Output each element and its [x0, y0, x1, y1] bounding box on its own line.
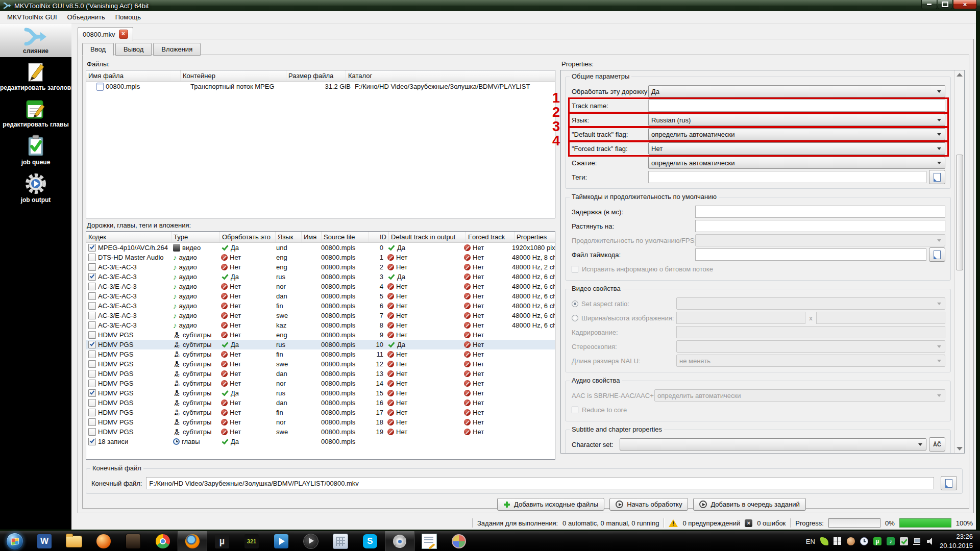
compression-dropdown[interactable]: определить автоматически: [648, 157, 945, 169]
tags-input[interactable]: [648, 171, 926, 183]
scrollbar-thumb[interactable]: [956, 155, 963, 270]
track-checkbox[interactable]: [88, 263, 96, 271]
network-tray-icon[interactable]: [913, 537, 921, 545]
column-header[interactable]: Default track in output: [389, 232, 466, 242]
utorrent-tray-icon[interactable]: µ: [873, 537, 881, 545]
column-header[interactable]: Каталог: [346, 70, 555, 81]
track-row[interactable]: HDMV PGSBACсубтитрыНетnor00800.mpls18Нет…: [86, 417, 555, 427]
tab-output[interactable]: Вывод: [115, 43, 152, 56]
track-checkbox[interactable]: [88, 380, 96, 387]
track-checkbox[interactable]: [88, 292, 96, 300]
track-checkbox[interactable]: [88, 302, 96, 310]
column-header[interactable]: ID: [369, 232, 389, 242]
sidebar-item-edit-headers[interactable]: редактировать заголовки: [0, 57, 71, 94]
track-checkbox[interactable]: [88, 409, 96, 416]
sidebar-item-edit-chapters[interactable]: редактировать главы: [0, 94, 71, 131]
column-header[interactable]: Type: [172, 232, 220, 242]
track-row[interactable]: HDMV PGSBACсубтитрыНетeng00800.mpls9НетН…: [86, 330, 555, 340]
track-checkbox[interactable]: [88, 389, 96, 397]
leaf-tray-icon[interactable]: [820, 537, 828, 545]
taskbar-player-blue[interactable]: [266, 531, 296, 551]
column-header[interactable]: Обработать это: [220, 232, 276, 242]
track-checkbox[interactable]: [88, 341, 96, 348]
files-table[interactable]: Имя файлаКонтейнерРазмер файлаКаталог008…: [86, 70, 555, 218]
track-name-input[interactable]: [648, 99, 945, 112]
language-indicator[interactable]: EN: [806, 538, 815, 545]
forced-flag-dropdown[interactable]: Нет: [648, 142, 945, 155]
menu-help[interactable]: Помощь: [110, 12, 146, 22]
process-track-dropdown[interactable]: Да: [648, 85, 945, 97]
taskbar-media-player-classic[interactable]: 321: [237, 531, 266, 551]
taskbar-skype[interactable]: S: [355, 531, 385, 551]
track-row[interactable]: HDMV PGSBACсубтитрыНетswe00800.mpls19Нет…: [86, 427, 555, 437]
track-row[interactable]: MPEG-4p10/AVC/h.264видеоДаund00800.mpls0…: [86, 243, 555, 253]
sidebar-item-job-output[interactable]: job output: [0, 168, 71, 206]
taskbar-file-explorer[interactable]: [59, 531, 89, 551]
track-checkbox[interactable]: [88, 254, 96, 261]
clock-tray-icon[interactable]: [860, 537, 868, 545]
stretch-input[interactable]: [695, 220, 945, 232]
taskbar-mkvtoolnix[interactable]: [385, 531, 414, 551]
track-checkbox[interactable]: [88, 244, 96, 252]
track-checkbox[interactable]: [88, 370, 96, 378]
track-checkbox[interactable]: [88, 438, 96, 445]
track-row[interactable]: HDMV PGSBACсубтитрыДаrus00800.mpls15НетН…: [86, 388, 555, 398]
taskbar-start-button[interactable]: [0, 531, 30, 551]
track-checkbox[interactable]: [88, 399, 96, 407]
update-check-tray-icon[interactable]: [900, 537, 908, 545]
taskbar-image-editor[interactable]: [444, 531, 474, 551]
taskbar-utorrent[interactable]: µ: [207, 531, 237, 551]
tags-browse-button[interactable]: [929, 170, 945, 184]
charset-detect-button[interactable]: ÅČ: [929, 437, 945, 452]
track-row[interactable]: HDMV PGSBACсубтитрыНетswe00800.mpls12Нет…: [86, 359, 555, 369]
taskbar-notepad[interactable]: [414, 531, 444, 551]
sidebar-item-merge[interactable]: слияние: [0, 23, 71, 57]
column-header[interactable]: Forced track: [466, 232, 514, 242]
charset-dropdown[interactable]: [620, 438, 926, 450]
tab-input[interactable]: Ввод: [82, 43, 114, 56]
language-dropdown[interactable]: Russian (rus): [648, 114, 945, 126]
track-checkbox[interactable]: [88, 321, 96, 329]
close-button[interactable]: ×: [953, 0, 977, 9]
delay-input[interactable]: [695, 206, 945, 218]
avatar-tray-icon[interactable]: [847, 537, 855, 545]
column-header[interactable]: Кодек: [86, 232, 172, 242]
tab-close-icon[interactable]: ×: [119, 30, 128, 39]
taskbar-media-app-dark[interactable]: [118, 531, 148, 551]
column-header[interactable]: Размер файла: [286, 70, 346, 81]
column-header[interactable]: Контейнер: [181, 70, 286, 81]
column-header[interactable]: Имя файла: [86, 70, 181, 81]
track-checkbox[interactable]: [88, 428, 96, 436]
tab-attachments[interactable]: Вложения: [153, 43, 201, 56]
track-row[interactable]: AC-3/E-AC-3♪аудиоНетswe00800.mpls7НетНет…: [86, 311, 555, 320]
track-row[interactable]: HDMV PGSBACсубтитрыНетfin00800.mpls17Нет…: [86, 408, 555, 417]
taskbar-word[interactable]: W: [30, 531, 59, 551]
output-browse-button[interactable]: [941, 476, 957, 490]
file-row[interactable]: 00800.mplsТранспортный поток MPEG31.2 Gi…: [86, 82, 555, 91]
taskbar-calculator[interactable]: [326, 531, 355, 551]
track-checkbox[interactable]: [88, 360, 96, 368]
tracks-table[interactable]: КодекTypeОбработать этоЯзыкИмяSource fil…: [86, 231, 555, 460]
track-checkbox[interactable]: [88, 283, 96, 290]
start-muxing-button[interactable]: Начать обработку: [609, 498, 688, 511]
track-row[interactable]: HDMV PGSBACсубтитрыНетdan00800.mpls13Нет…: [86, 369, 555, 379]
track-row[interactable]: HDMV PGSBACсубтитрыНетnor00800.mpls14Нет…: [86, 379, 555, 388]
menu-merge[interactable]: Объединить: [62, 12, 110, 22]
column-header[interactable]: Source file: [322, 232, 369, 242]
taskbar-clock[interactable]: 23:26 20.10.2015: [940, 532, 975, 550]
sidebar-item-job-queue[interactable]: job queue: [0, 131, 71, 168]
track-row[interactable]: DTS-HD Master Audio♪аудиоНетeng00800.mpl…: [86, 253, 555, 262]
add-source-files-button[interactable]: Добавить исходные файлы: [497, 498, 604, 511]
track-row[interactable]: AC-3/E-AC-3♪аудиоДаrus00800.mpls3ДаНет48…: [86, 272, 555, 282]
music-tray-icon[interactable]: ♪: [887, 537, 895, 545]
track-row[interactable]: HDMV PGSBACсубтитрыНетdan00800.mpls16Нет…: [86, 398, 555, 408]
taskbar-firefox[interactable]: [178, 531, 207, 551]
track-row[interactable]: AC-3/E-AC-3♪аудиоНетnor00800.mpls4НетНет…: [86, 282, 555, 291]
column-header[interactable]: Properties: [514, 232, 555, 242]
tab-00800-mkv[interactable]: 00800.mkv ×: [78, 27, 133, 41]
maximize-button[interactable]: [938, 0, 952, 9]
output-file-input[interactable]: F:/Кино/HD Video/Зарубежные/Золушка/BDMV…: [146, 477, 934, 489]
track-row[interactable]: AC-3/E-AC-3♪аудиоНетdan00800.mpls5НетНет…: [86, 291, 555, 301]
properties-scrollbar[interactable]: [954, 70, 964, 453]
taskbar-media-player-orange[interactable]: [89, 531, 118, 551]
